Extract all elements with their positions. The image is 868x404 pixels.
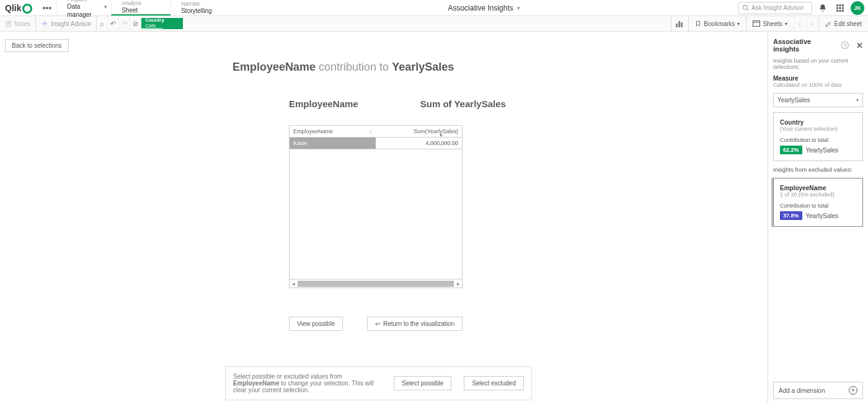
table-head-employee[interactable]: EmployeeName ⌕ xyxy=(290,126,376,138)
step-forward-icon[interactable]: ↷ xyxy=(119,16,130,31)
sheets-button[interactable]: Sheets ▾ xyxy=(746,16,793,31)
logo-icon xyxy=(22,4,32,14)
col-head-right: Sum of YearlySales xyxy=(420,99,506,109)
nav-prepare[interactable]: Prepare Data manager ▾ xyxy=(56,0,111,15)
chevron-down-icon: ▾ xyxy=(856,97,859,103)
table-action-buttons: View possible ↩ Return to the visualizat… xyxy=(289,317,463,331)
footer-bold: EmployeeName xyxy=(233,380,279,387)
page-title: EmployeeName contribution to YearlySales xyxy=(232,61,768,74)
scroll-track[interactable] xyxy=(298,281,454,287)
svg-rect-9 xyxy=(839,9,841,11)
app-logo[interactable]: Qlik xyxy=(0,3,37,13)
svg-rect-2 xyxy=(836,4,838,6)
col-head-left: EmployeeName xyxy=(289,99,358,109)
nav-prepare-label-bottom: Data manager xyxy=(67,2,101,19)
card2-sub: 1 of 20 (5% excluded) xyxy=(780,191,856,198)
bookmarks-button[interactable]: Bookmarks ▾ xyxy=(688,16,746,31)
card1-metric: YearlySales xyxy=(806,147,838,154)
card2-field: EmployeeName xyxy=(780,185,856,191)
back-to-selections-button[interactable]: Back to selections xyxy=(5,39,69,52)
data-table: EmployeeName ⌕ Sum(YearlySales) ▼ Kasie … xyxy=(289,125,463,288)
footer-text: Select possible or excluded values from … xyxy=(233,373,381,393)
table-head-right-label: Sum(YearlySales) xyxy=(414,128,458,134)
chevron-down-icon: ▾ xyxy=(517,5,520,11)
sheets-icon xyxy=(753,20,760,27)
sort-desc-icon[interactable]: ▼ xyxy=(439,133,443,138)
cell-name: Kasie xyxy=(290,138,376,149)
user-avatar[interactable]: JK xyxy=(851,1,864,15)
edit-sheet-button[interactable]: Edit sheet xyxy=(818,16,868,31)
insight-icon xyxy=(41,20,48,27)
select-excluded-button[interactable]: Select excluded xyxy=(464,376,524,390)
help-icon[interactable]: ? xyxy=(841,42,849,49)
scroll-left-icon[interactable]: ◂ xyxy=(290,281,297,287)
footer-pre: Select possible or excluded values from xyxy=(233,373,342,380)
search-input[interactable]: Ask Insight Advisor xyxy=(738,2,812,14)
main-area: Back to selections EmployeeName contribu… xyxy=(0,32,868,404)
select-possible-button[interactable]: Select possible xyxy=(394,376,451,390)
edit-sheet-label: Edit sheet xyxy=(835,20,862,27)
search-icon[interactable]: ⌕ xyxy=(369,128,372,134)
top-bar: Qlik ••• Prepare Data manager ▾ Analyze … xyxy=(0,0,868,16)
search-placeholder: Ask Insight Advisor xyxy=(751,4,804,11)
card1-field: Country xyxy=(780,119,856,126)
insight-advisor-label: Insight Advisor xyxy=(51,20,91,27)
svg-rect-8 xyxy=(836,9,838,11)
svg-rect-5 xyxy=(836,7,838,9)
step-back-icon[interactable]: ↶ xyxy=(108,16,119,31)
notes-icon xyxy=(5,20,12,27)
undo-icon: ↩ xyxy=(375,320,380,327)
view-possible-button[interactable]: View possible xyxy=(289,317,343,331)
title-part-c: YearlySales xyxy=(392,61,454,73)
insight-card-selection[interactable]: Country (Your current selection) Contrib… xyxy=(773,112,863,161)
add-dimension-button[interactable]: Add a dimension + xyxy=(773,382,863,399)
app-title[interactable]: Associative Insights ▾ xyxy=(230,4,738,12)
notifications-icon[interactable] xyxy=(816,1,830,15)
column-headers: EmployeeName Sum of YearlySales xyxy=(289,99,768,109)
panel-title: Associative insights xyxy=(773,38,838,53)
measure-select[interactable]: YearlySales ▾ xyxy=(773,93,863,107)
app-grid-icon[interactable] xyxy=(833,1,847,15)
table-hscroll[interactable]: ◂ ▸ xyxy=(289,279,463,288)
next-sheet-button[interactable]: › xyxy=(806,16,818,31)
close-icon[interactable]: ✕ xyxy=(856,41,863,50)
nav-analyze[interactable]: Analyze Sheet xyxy=(111,0,170,15)
measure-label: Measure xyxy=(773,75,863,82)
table-head-sum[interactable]: Sum(YearlySales) ▼ xyxy=(376,126,463,138)
insights-panel: Associative insights ? ✕ Insights based … xyxy=(768,32,868,404)
selections-tool-icon[interactable] xyxy=(671,16,688,31)
nav-narrate[interactable]: Narrate Storytelling xyxy=(170,0,230,15)
svg-rect-15 xyxy=(676,24,678,27)
selection-chip-country[interactable]: Country CAN xyxy=(141,18,183,29)
svg-rect-10 xyxy=(842,9,844,11)
edit-icon xyxy=(825,20,832,27)
more-menu-icon[interactable]: ••• xyxy=(37,3,56,13)
footer-note: Select possible or excluded values from … xyxy=(225,366,532,400)
notes-button[interactable]: Notes xyxy=(0,16,36,31)
svg-point-14 xyxy=(43,22,46,25)
svg-rect-7 xyxy=(842,7,844,9)
selection-toolbar: Notes Insight Advisor ⌕ ↶ ↷ ⊘ Country CA… xyxy=(0,16,868,32)
cell-value: 4,000,000.00 xyxy=(376,138,463,149)
nav-analyze-label-bottom: Sheet xyxy=(122,6,161,14)
table-row[interactable]: Kasie 4,000,000.00 xyxy=(290,138,463,149)
nav-narrate-label-bottom: Storytelling xyxy=(181,7,220,15)
return-visualization-button[interactable]: ↩ Return to the visualization xyxy=(367,317,463,331)
nav-narrate-label-top: Narrate xyxy=(181,1,220,7)
clear-selections-icon[interactable]: ⊘ xyxy=(130,16,141,31)
card2-metric: YearlySales xyxy=(806,213,838,219)
plus-circle-icon: + xyxy=(849,386,857,395)
card1-contrib-label: Contribution to total xyxy=(780,137,856,143)
excluded-values-label: Insights from excluded values: xyxy=(773,166,863,173)
chevron-down-icon[interactable]: ▾ xyxy=(104,4,107,10)
insight-card-excluded[interactable]: EmployeeName 1 of 20 (5% excluded) Contr… xyxy=(773,178,863,227)
prev-sheet-button[interactable]: ‹ xyxy=(794,16,806,31)
svg-line-1 xyxy=(747,9,749,11)
panel-header: Associative insights ? ✕ xyxy=(773,38,863,53)
chevron-down-icon: ▾ xyxy=(737,21,740,27)
measure-hint: Calculated on 100% of data xyxy=(773,82,863,88)
bookmark-icon xyxy=(695,20,701,27)
selection-progress-bar xyxy=(141,28,162,29)
logo-text: Qlik xyxy=(5,3,21,13)
scroll-right-icon[interactable]: ▸ xyxy=(454,281,462,287)
